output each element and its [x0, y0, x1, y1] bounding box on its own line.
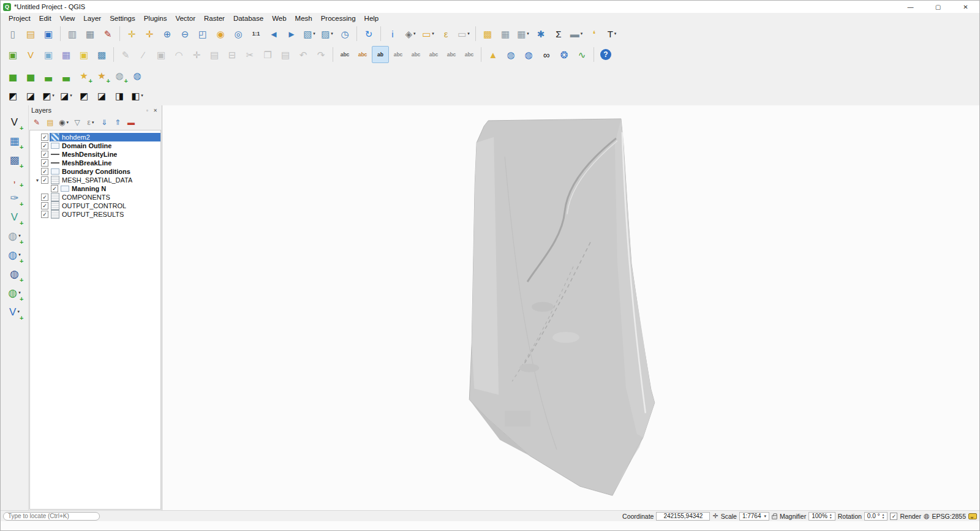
new-temporary-scratch-layer-button[interactable]: ▦ — [58, 46, 75, 63]
add-delimited-text-layer-button[interactable]: ,+ — [6, 170, 24, 188]
layer-checkbox[interactable]: ✓ — [41, 168, 48, 175]
new-print-layout-button[interactable]: ▥ — [64, 25, 81, 42]
crs-status-button[interactable]: EPSG:2855 — [932, 513, 966, 520]
layer-row-selection[interactable]: Domain Outline — [50, 141, 160, 150]
pin-unpin-labels-button[interactable]: abc — [390, 46, 407, 63]
tuflow-insert-attributes-button[interactable]: ◩▾ — [40, 87, 57, 104]
zoom-full-button[interactable]: ◰ — [194, 25, 211, 42]
expand-all-button[interactable]: ⇓ — [98, 116, 110, 129]
menu-edit[interactable]: Edit — [35, 14, 56, 23]
menu-vector[interactable]: Vector — [171, 14, 200, 23]
identify-features-button[interactable]: i — [384, 25, 401, 42]
profile-tool-button[interactable]: ∿ — [573, 46, 590, 63]
refresh-map-button[interactable]: ↻ — [360, 25, 377, 42]
minimize-button[interactable]: — — [897, 1, 924, 13]
menu-database[interactable]: Database — [229, 14, 268, 23]
layer-labeling-options-button[interactable]: abc — [336, 46, 353, 63]
osm-place-search-button[interactable]: ❂ — [556, 46, 573, 63]
map-canvas[interactable] — [162, 105, 979, 510]
maximize-button[interactable]: ▢ — [924, 1, 952, 13]
zoom-to-layer-button[interactable]: ◎ — [230, 25, 247, 42]
tuflow-increment-layer-button[interactable]: ◪▾ — [58, 87, 75, 104]
new-3d-map-view-button[interactable]: ▨▾ — [318, 25, 336, 42]
layer-row-selection[interactable]: OUTPUT_CONTROL — [50, 201, 160, 210]
save-project-button[interactable]: ▣ — [40, 25, 57, 42]
filter-legend-by-expression-button[interactable]: ε▾ — [85, 116, 97, 129]
new-mesh-layer-button[interactable]: ▩ — [93, 46, 110, 63]
layer-item-boundary-conditions[interactable]: ✓Boundary Conditions — [30, 167, 160, 176]
rotation-spinbox[interactable]: 0.0 ° ▲▼ — [864, 512, 888, 521]
change-label-properties-button[interactable]: abc — [461, 46, 478, 63]
new-virtual-layer-button[interactable]: ▣ — [75, 46, 92, 63]
zoom-in-button[interactable]: ⊕ — [159, 25, 176, 42]
zoom-out-button[interactable]: ⊖ — [176, 25, 194, 42]
layer-item-meshbreakline[interactable]: ✓MeshBreakLine — [30, 159, 160, 167]
menu-layer[interactable]: Layer — [79, 14, 105, 23]
metasearch-catalog-button[interactable]: ◍ — [502, 46, 519, 63]
map-tips-button[interactable]: ❛ — [586, 25, 603, 42]
filter-legend-button[interactable]: ▽ — [71, 116, 83, 129]
menu-mesh[interactable]: Mesh — [291, 14, 317, 23]
layer-item-mesh-spatial-data[interactable]: ▾✓MESH_SPATIAL_DATA — [30, 176, 160, 184]
menu-raster[interactable]: Raster — [200, 14, 229, 23]
lock-scale-icon[interactable] — [772, 515, 777, 519]
layer-diagram-options-button[interactable]: abc — [354, 46, 371, 63]
layer-row-selection[interactable]: COMPONENTS — [50, 193, 160, 201]
layer-checkbox[interactable]: ✓ — [41, 142, 48, 149]
menu-help[interactable]: Help — [360, 14, 383, 23]
new-map-view-button[interactable]: ▧▾ — [301, 25, 318, 42]
add-raster-layer-button[interactable]: ▦+ — [6, 132, 24, 150]
layer-item-hohdem2[interactable]: ✓hohdem2 — [30, 133, 160, 141]
layer-checkbox[interactable]: ✓ — [41, 211, 48, 218]
help-contents-button[interactable]: ? — [597, 46, 614, 63]
add-arcgis-rest-layer-button[interactable]: ◍+▾ — [6, 246, 24, 264]
run-feature-action-button[interactable]: ◈▾ — [402, 25, 419, 42]
open-attribute-table-button[interactable]: ▦ — [497, 25, 514, 42]
magnifier-spinbox[interactable]: 100% ▲▼ — [809, 512, 835, 521]
layer-item-output-control[interactable]: ✓OUTPUT_CONTROL — [30, 201, 160, 210]
zoom-native-resolution-button[interactable]: 1:1 — [247, 25, 265, 42]
open-attribute-table-selected-button[interactable]: ▦▾ — [514, 25, 532, 42]
layer-checkbox[interactable]: ✓ — [41, 176, 48, 184]
temporal-controller-button[interactable]: ◷ — [336, 25, 353, 42]
add-mesh-layer-button[interactable]: ▩+ — [6, 151, 24, 169]
layer-item-domain-outline[interactable]: ✓Domain Outline — [30, 141, 160, 150]
show-hide-labels-button[interactable]: abc — [407, 46, 424, 63]
processing-toolbox-button[interactable]: ✱ — [532, 25, 549, 42]
zoom-last-button[interactable]: ◄ — [265, 25, 282, 42]
highlight-pinned-labels-button[interactable]: ab — [372, 46, 389, 63]
add-vector-tile-layer-button[interactable]: V+▾ — [6, 303, 24, 321]
manage-map-themes-button[interactable]: ◉▾ — [58, 116, 70, 129]
close-button[interactable]: ✕ — [952, 1, 979, 13]
edit-attributes-button[interactable]: ▩ — [479, 25, 496, 42]
globe-download-button[interactable]: ◍ — [129, 67, 146, 84]
menu-project[interactable]: Project — [4, 14, 35, 23]
spinner-arrows-icon[interactable]: ▲▼ — [829, 513, 832, 519]
add-spatialite-layer-button[interactable]: ✑+ — [6, 189, 24, 207]
move-label-button[interactable]: abc — [425, 46, 442, 63]
layer-row-selection[interactable]: MeshDensityLine — [50, 150, 160, 159]
layer-row-selection[interactable]: MeshBreakLine — [50, 159, 160, 167]
add-favorite-layer-button[interactable]: ★+ — [93, 67, 110, 84]
new-shapefile-layer-button[interactable]: V — [22, 46, 39, 63]
panel-float-icon[interactable]: ▫ — [143, 107, 151, 115]
menu-web[interactable]: Web — [268, 14, 290, 23]
layer-item-components[interactable]: ✓COMPONENTS — [30, 193, 160, 201]
menu-processing[interactable]: Processing — [317, 14, 360, 23]
coordinate-capture-button[interactable]: ∞ — [538, 46, 555, 63]
web-globe-button[interactable]: ◍ — [520, 46, 537, 63]
layer-row-selection[interactable]: MESH_SPATIAL_DATA — [50, 176, 160, 184]
add-favorite-extent-button[interactable]: ★+ — [75, 67, 92, 84]
locate-input[interactable] — [3, 512, 100, 521]
layer-row-selection[interactable]: Manning N — [59, 184, 160, 193]
layer-item-manning-n[interactable]: ✓Manning N — [30, 184, 160, 193]
layer-item-output-results[interactable]: ✓OUTPUT_RESULTS — [30, 210, 160, 219]
plot-long-profile-select-button[interactable]: ▃ — [58, 67, 75, 84]
add-wfs-layer-button[interactable]: ◍+▾ — [6, 284, 24, 302]
add-wcs-layer-button[interactable]: ◍+ — [6, 265, 24, 283]
layer-checkbox[interactable]: ✓ — [51, 185, 58, 192]
menu-plugins[interactable]: Plugins — [140, 14, 172, 23]
tuflow-animation-tools-button[interactable]: ◧▾ — [129, 87, 146, 104]
pan-map-to-selection-button[interactable]: ✛ — [141, 25, 158, 42]
measure-line-button[interactable]: ▬▾ — [568, 25, 585, 42]
